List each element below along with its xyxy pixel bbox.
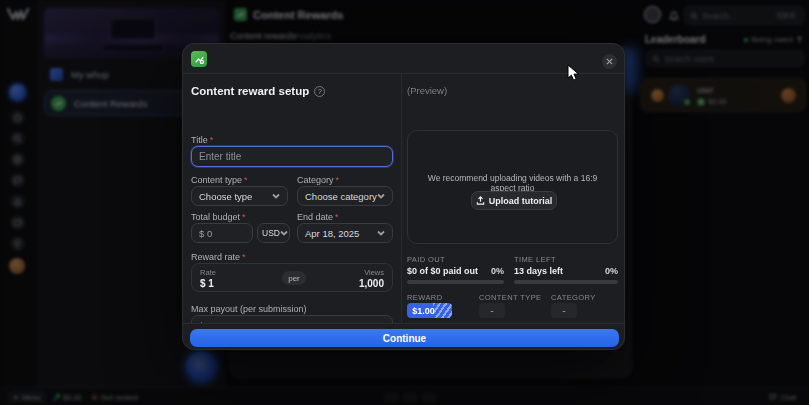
upload-hint: We recommend uploading videos with a 16:… <box>418 173 607 193</box>
modal-body: Content reward setup ? Title Content typ… <box>183 73 626 323</box>
content-type-badge: - <box>479 303 505 318</box>
views-value: 1,000 <box>359 278 384 289</box>
help-icon[interactable]: ? <box>314 86 325 97</box>
max-payout-input[interactable]: $ 0 <box>191 315 393 323</box>
paid-out-label: PAID OUT <box>407 255 445 264</box>
currency-select[interactable]: USD <box>257 223 290 243</box>
mouse-cursor <box>567 64 581 82</box>
end-date-select[interactable]: Apr 18, 2025 <box>297 223 393 243</box>
rate-label: Rate <box>200 268 216 277</box>
total-budget-input[interactable]: $ 0 <box>191 223 253 243</box>
chevron-down-icon <box>377 228 385 239</box>
paid-out-value: $0 of $0 paid out <box>407 266 478 276</box>
reward-rate-box[interactable]: Rate $ 1 per Views 1,000 <box>191 263 393 292</box>
modal-title: Content reward setup ? <box>191 85 325 97</box>
total-budget-label: Total budget <box>191 212 246 222</box>
chevron-down-icon <box>280 228 288 239</box>
title-input[interactable] <box>191 146 393 167</box>
category-stat-label: CATEGORY <box>551 293 596 302</box>
paid-out-pct: 0% <box>491 266 504 276</box>
chevron-down-icon <box>377 191 385 202</box>
time-left-pct: 0% <box>605 266 618 276</box>
content-type-label: Content type <box>191 175 248 185</box>
category-label: Category <box>297 175 339 185</box>
content-reward-setup-modal: Content reward setup ? Title Content typ… <box>182 43 625 350</box>
category-select[interactable]: Choose category <box>297 186 393 206</box>
end-date-label: End date <box>297 212 339 222</box>
views-label: Views <box>364 268 384 277</box>
per-pill: per <box>282 271 306 285</box>
time-left-value: 13 days left <box>514 266 563 276</box>
content-rewards-app-icon <box>191 51 207 67</box>
content-type-select[interactable]: Choose type <box>191 186 288 206</box>
close-icon[interactable] <box>602 54 617 69</box>
content-type-stat-label: CONTENT TYPE <box>479 293 541 302</box>
reward-badge: $1.00 <box>407 303 452 318</box>
preview-video-box: We recommend uploading videos with a 16:… <box>407 130 618 244</box>
preview-title: (Preview) <box>407 85 447 96</box>
rate-value: $ 1 <box>200 278 214 289</box>
category-badge: - <box>551 303 577 318</box>
app-window: My whop Content Rewards Content Rewards … <box>0 0 809 405</box>
modal-footer-divider <box>183 323 624 324</box>
chevron-down-icon <box>272 191 280 202</box>
reward-label: REWARD <box>407 293 442 302</box>
reward-rate-label: Reward rate <box>191 252 246 262</box>
time-left-progressbar <box>514 280 618 284</box>
upload-icon <box>476 196 485 205</box>
time-left-label: TIME LEFT <box>514 255 556 264</box>
continue-button[interactable]: Continue <box>190 329 619 347</box>
column-divider <box>401 73 402 323</box>
paid-out-progressbar <box>407 280 504 284</box>
title-field-label: Title <box>191 135 213 145</box>
max-payout-label: Max payout (per submission) <box>191 304 307 314</box>
upload-tutorial-button[interactable]: Upload tutorial <box>471 191 557 210</box>
